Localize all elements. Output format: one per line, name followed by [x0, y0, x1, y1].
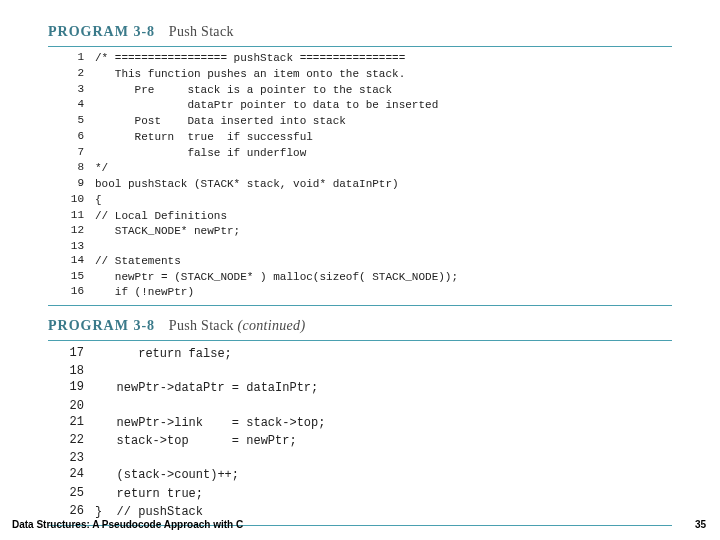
line-number: 22: [48, 432, 94, 450]
slide-page: PROGRAM 3-8 Push Stack 1/* =============…: [0, 0, 720, 540]
code-line: 15 newPtr = (STACK_NODE* ) malloc(sizeof…: [48, 270, 672, 286]
line-number: 15: [48, 270, 94, 286]
code-listing-2: 17 return false;1819 newPtr->dataPtr = d…: [48, 340, 672, 526]
line-number: 4: [48, 98, 94, 114]
code-text: This function pushes an item onto the st…: [94, 67, 672, 83]
code-text: [94, 450, 672, 466]
line-number: 11: [48, 209, 94, 225]
program-title-1: Push Stack: [169, 24, 234, 39]
line-number: 18: [48, 363, 94, 379]
code-line: 10{: [48, 193, 672, 209]
program-continued: (continued): [238, 318, 306, 333]
line-number: 6: [48, 130, 94, 146]
code-line: 16 if (!newPtr): [48, 285, 672, 301]
code-line: 17 return false;: [48, 345, 672, 363]
code-text: if (!newPtr): [94, 285, 672, 301]
code-text: [94, 240, 672, 254]
code-text: Post Data inserted into stack: [94, 114, 672, 130]
code-text: dataPtr pointer to data to be inserted: [94, 98, 672, 114]
code-line: 19 newPtr->dataPtr = dataInPtr;: [48, 379, 672, 397]
line-number: 3: [48, 83, 94, 99]
code-line: 6 Return true if successful: [48, 130, 672, 146]
code-text: false if underflow: [94, 146, 672, 162]
line-number: 10: [48, 193, 94, 209]
code-text: /* ================= pushStack =========…: [94, 51, 672, 67]
code-text: newPtr->link = stack->top;: [94, 414, 672, 432]
line-number: 5: [48, 114, 94, 130]
code-text: newPtr = (STACK_NODE* ) malloc(sizeof( S…: [94, 270, 672, 286]
code-line: 3 Pre stack is a pointer to the stack: [48, 83, 672, 99]
line-number: 1: [48, 51, 94, 67]
code-text: Pre stack is a pointer to the stack: [94, 83, 672, 99]
code-line: 1/* ================= pushStack ========…: [48, 51, 672, 67]
program-label-2: PROGRAM 3-8: [48, 318, 155, 333]
code-line: 18: [48, 363, 672, 379]
line-number: 21: [48, 414, 94, 432]
line-number: 7: [48, 146, 94, 162]
code-line: 20: [48, 398, 672, 414]
program-title-2: Push Stack: [169, 318, 234, 333]
code-line: 14// Statements: [48, 254, 672, 270]
code-text: [94, 398, 672, 414]
line-number: 14: [48, 254, 94, 270]
line-number: 12: [48, 224, 94, 240]
line-number: 13: [48, 240, 94, 254]
code-text: */: [94, 161, 672, 177]
code-text: (stack->count)++;: [94, 466, 672, 484]
code-text: return true;: [94, 485, 672, 503]
code-table-2: 17 return false;1819 newPtr->dataPtr = d…: [48, 345, 672, 521]
code-line: 8*/: [48, 161, 672, 177]
code-listing-1: 1/* ================= pushStack ========…: [48, 46, 672, 306]
code-line: 12 STACK_NODE* newPtr;: [48, 224, 672, 240]
code-line: 23: [48, 450, 672, 466]
line-number: 16: [48, 285, 94, 301]
code-text: // Local Definitions: [94, 209, 672, 225]
program-header-1: PROGRAM 3-8 Push Stack: [48, 24, 672, 40]
program-label-1: PROGRAM 3-8: [48, 24, 155, 39]
code-line: 22 stack->top = newPtr;: [48, 432, 672, 450]
line-number: 25: [48, 485, 94, 503]
footer-text: Data Structures: A Pseudocode Approach w…: [12, 519, 243, 530]
code-line: 5 Post Data inserted into stack: [48, 114, 672, 130]
code-line: 21 newPtr->link = stack->top;: [48, 414, 672, 432]
line-number: 23: [48, 450, 94, 466]
code-text: newPtr->dataPtr = dataInPtr;: [94, 379, 672, 397]
page-number: 35: [695, 519, 706, 530]
code-text: // Statements: [94, 254, 672, 270]
code-line: 7 false if underflow: [48, 146, 672, 162]
code-line: 9bool pushStack (STACK* stack, void* dat…: [48, 177, 672, 193]
code-line: 2 This function pushes an item onto the …: [48, 67, 672, 83]
code-line: 24 (stack->count)++;: [48, 466, 672, 484]
line-number: 19: [48, 379, 94, 397]
code-line: 13: [48, 240, 672, 254]
code-line: 25 return true;: [48, 485, 672, 503]
line-number: 2: [48, 67, 94, 83]
line-number: 17: [48, 345, 94, 363]
program-header-2: PROGRAM 3-8 Push Stack (continued): [48, 318, 672, 334]
code-table-1: 1/* ================= pushStack ========…: [48, 51, 672, 301]
line-number: 24: [48, 466, 94, 484]
code-text: return false;: [94, 345, 672, 363]
line-number: 8: [48, 161, 94, 177]
code-text: bool pushStack (STACK* stack, void* data…: [94, 177, 672, 193]
code-text: Return true if successful: [94, 130, 672, 146]
code-text: [94, 363, 672, 379]
code-text: stack->top = newPtr;: [94, 432, 672, 450]
code-line: 11// Local Definitions: [48, 209, 672, 225]
code-text: STACK_NODE* newPtr;: [94, 224, 672, 240]
line-number: 9: [48, 177, 94, 193]
line-number: 20: [48, 398, 94, 414]
code-line: 4 dataPtr pointer to data to be inserted: [48, 98, 672, 114]
code-text: {: [94, 193, 672, 209]
